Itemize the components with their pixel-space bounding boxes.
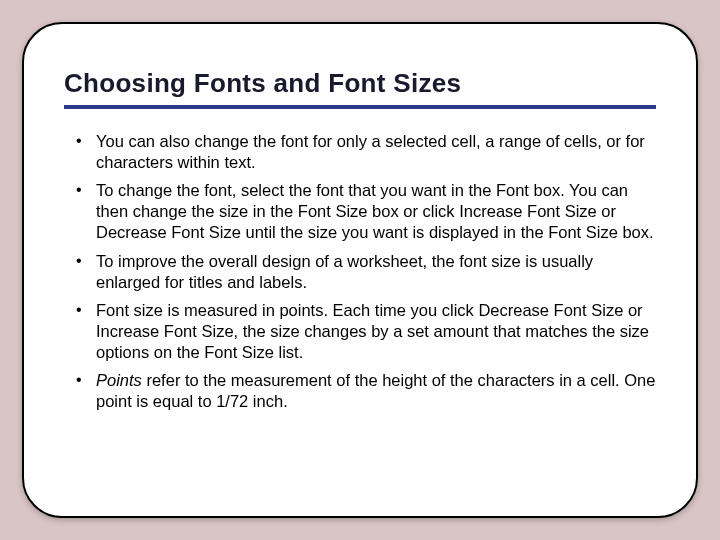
list-item: To change the font, select the font that… — [64, 180, 656, 243]
bullet-text: To improve the overall design of a works… — [96, 252, 593, 291]
bullet-lead-italic: Points — [96, 371, 142, 389]
bullet-text: refer to the measurement of the height o… — [96, 371, 655, 410]
list-item: To improve the overall design of a works… — [64, 251, 656, 293]
bullet-text: You can also change the font for only a … — [96, 132, 645, 171]
bullet-text: To change the font, select the font that… — [96, 181, 654, 241]
slide-title: Choosing Fonts and Font Sizes — [64, 68, 656, 109]
list-item: Font size is measured in points. Each ti… — [64, 300, 656, 363]
bullet-list: You can also change the font for only a … — [64, 131, 656, 412]
bullet-text: Font size is measured in points. Each ti… — [96, 301, 649, 361]
slide-card: Choosing Fonts and Font Sizes You can al… — [22, 22, 698, 518]
list-item: You can also change the font for only a … — [64, 131, 656, 173]
list-item: Points refer to the measurement of the h… — [64, 370, 656, 412]
